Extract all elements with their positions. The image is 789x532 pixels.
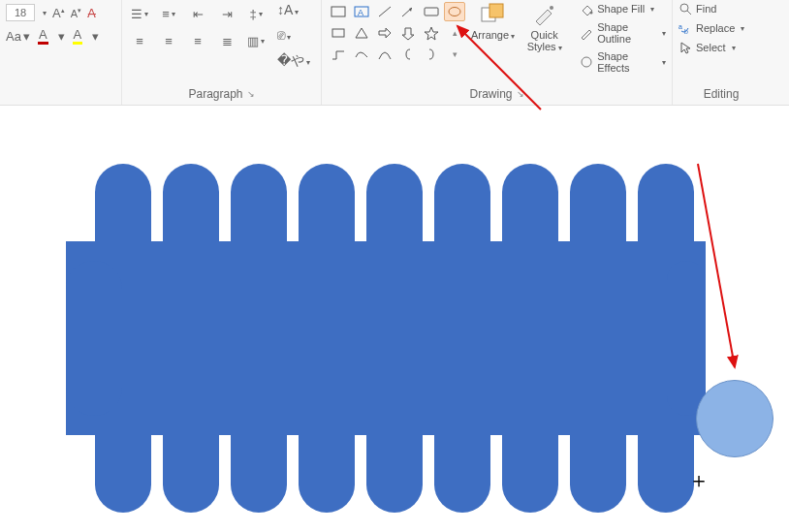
svg-rect-0 <box>331 7 345 16</box>
quick-styles-label-1: Quick <box>531 29 558 41</box>
slide-canvas[interactable]: ＋ <box>0 106 789 532</box>
numbering-button[interactable]: ≡▾ <box>157 2 180 25</box>
svg-point-16 <box>680 4 688 12</box>
svg-rect-24 <box>231 164 287 513</box>
svg-rect-27 <box>434 164 490 513</box>
drawing-dialog-launcher[interactable]: ↘ <box>517 89 524 99</box>
editing-group: Find ab Replace▾ Select▾ Editing <box>673 0 770 105</box>
increase-indent-button[interactable]: ⇥ <box>215 2 238 25</box>
svg-rect-26 <box>366 164 423 513</box>
svg-rect-8 <box>332 29 344 37</box>
bullets-button[interactable]: ☰▾ <box>128 2 151 25</box>
shape-effects-label: Shape Effects <box>597 50 656 74</box>
oval-shape-icon[interactable] <box>444 2 465 21</box>
editing-group-label: Editing <box>704 87 740 101</box>
svg-rect-32 <box>667 261 706 416</box>
svg-point-13 <box>550 6 553 10</box>
find-button[interactable]: Find <box>679 2 744 16</box>
svg-rect-23 <box>163 164 219 513</box>
ribbon: 18 ▾ A▴ A▾ A̶ Aa▾ A▾ A▾ ☰▾ ≡▾ <box>0 0 789 106</box>
font-size-value: 18 <box>15 7 26 18</box>
text-direction-button[interactable]: ↕A▾ <box>277 2 310 17</box>
effects-icon <box>580 55 593 69</box>
cursor-icon <box>679 41 692 54</box>
font-size-selector[interactable]: 18 <box>6 4 35 21</box>
crosshair-cursor-icon: ＋ <box>688 466 710 495</box>
drawing-group-label: Drawing <box>469 87 512 101</box>
svg-text:a: a <box>679 23 682 30</box>
quick-styles-button[interactable]: QuickStyles▾ <box>521 2 568 54</box>
pen-icon <box>580 26 593 40</box>
change-case-button[interactable]: Aa▾ <box>6 29 30 44</box>
align-right-button[interactable]: ≡ <box>186 29 209 52</box>
rounded-rectangle-shape-icon[interactable] <box>421 2 442 21</box>
shape-fill-label: Shape Fill <box>597 3 645 15</box>
curve-shape-icon[interactable] <box>374 45 395 64</box>
paragraph-group-label: Paragraph <box>188 87 242 101</box>
highlight-button[interactable]: A <box>73 27 83 45</box>
star-shape-icon[interactable] <box>421 23 442 43</box>
font-group: 18 ▾ A▴ A▾ A̶ Aa▾ A▾ A▾ <box>0 0 122 105</box>
line-spacing-button[interactable]: ‡▾ <box>244 2 268 25</box>
shape-effects-button[interactable]: Shape Effects▾ <box>580 50 666 74</box>
search-icon <box>679 2 692 16</box>
custom-blue-shape[interactable] <box>66 164 715 522</box>
decrease-indent-button[interactable]: ⇤ <box>186 2 209 25</box>
clear-formatting-button[interactable]: A̶ <box>87 6 96 20</box>
svg-rect-25 <box>299 164 355 513</box>
svg-marker-20 <box>681 43 690 53</box>
align-center-button[interactable]: ≡ <box>157 29 180 52</box>
shape-fill-button[interactable]: Shape Fill▾ <box>580 2 666 16</box>
paragraph-dialog-launcher[interactable]: ↘ <box>247 89 255 99</box>
replace-button[interactable]: ab Replace▾ <box>679 21 744 35</box>
arrow-line-shape-icon[interactable] <box>397 2 419 21</box>
svg-marker-9 <box>356 28 367 38</box>
rectangle-shape-icon[interactable] <box>328 2 349 21</box>
svg-rect-6 <box>425 8 438 16</box>
svg-point-15 <box>582 57 591 67</box>
chevron-down-icon[interactable]: ▾ <box>92 29 99 44</box>
align-left-button[interactable]: ≡ <box>128 29 151 52</box>
arrange-label: Arrange <box>471 29 509 41</box>
right-brace-shape-icon[interactable] <box>421 45 442 64</box>
arrange-button[interactable]: Arrange▾ <box>469 2 517 43</box>
bucket-icon <box>580 2 593 16</box>
svg-text:A: A <box>358 8 363 17</box>
increase-font-size-button[interactable]: A▴ <box>52 6 65 20</box>
gallery-more-icon[interactable]: ▾ <box>444 45 465 64</box>
svg-rect-12 <box>489 4 503 17</box>
right-arrow-shape-icon[interactable] <box>374 23 395 43</box>
select-label: Select <box>696 42 726 53</box>
rectangle2-shape-icon[interactable] <box>328 23 349 43</box>
justify-button[interactable]: ≣ <box>215 29 238 52</box>
left-brace-shape-icon[interactable] <box>397 45 419 64</box>
quick-styles-label-2: Styles <box>527 41 556 52</box>
decrease-font-size-button[interactable]: A▾ <box>71 7 81 19</box>
down-arrow-shape-icon[interactable] <box>397 23 419 43</box>
svg-marker-10 <box>425 27 438 40</box>
convert-smartart-button[interactable]: �や▾ <box>277 52 310 70</box>
shapes-gallery[interactable]: A ▴ ▾ <box>328 2 465 64</box>
textbox-shape-icon[interactable]: A <box>351 2 372 21</box>
font-color-button[interactable]: A <box>38 27 48 45</box>
freeform-shape-icon[interactable] <box>351 45 372 64</box>
shape-outline-label: Shape Outline <box>597 21 656 45</box>
columns-button[interactable]: ▥▾ <box>244 29 268 52</box>
drawing-group: A ▴ ▾ <box>322 0 673 105</box>
replace-icon: ab <box>679 21 692 35</box>
svg-point-7 <box>449 8 460 16</box>
oval-drawing-preview[interactable] <box>696 380 773 457</box>
align-text-button[interactable]: ⎚▾ <box>277 27 310 43</box>
svg-line-17 <box>687 11 691 15</box>
select-button[interactable]: Select▾ <box>679 41 744 54</box>
chevron-down-icon[interactable]: ▾ <box>58 29 65 44</box>
paragraph-group: ☰▾ ≡▾ ⇤ ⇥ ‡▾ ≡ ≡ ≡ ≣ ▥▾ ↕A▾ ⎚▾ �や▾ Parag… <box>122 0 322 105</box>
connector-shape-icon[interactable] <box>328 45 349 64</box>
shape-outline-button[interactable]: Shape Outline▾ <box>580 21 666 45</box>
gallery-scroll-up-icon[interactable]: ▴ <box>444 23 465 43</box>
triangle-shape-icon[interactable] <box>351 23 372 43</box>
line-shape-icon[interactable] <box>374 2 395 21</box>
svg-rect-28 <box>502 164 558 513</box>
replace-label: Replace <box>696 22 735 34</box>
chevron-down-icon[interactable]: ▾ <box>43 9 47 17</box>
